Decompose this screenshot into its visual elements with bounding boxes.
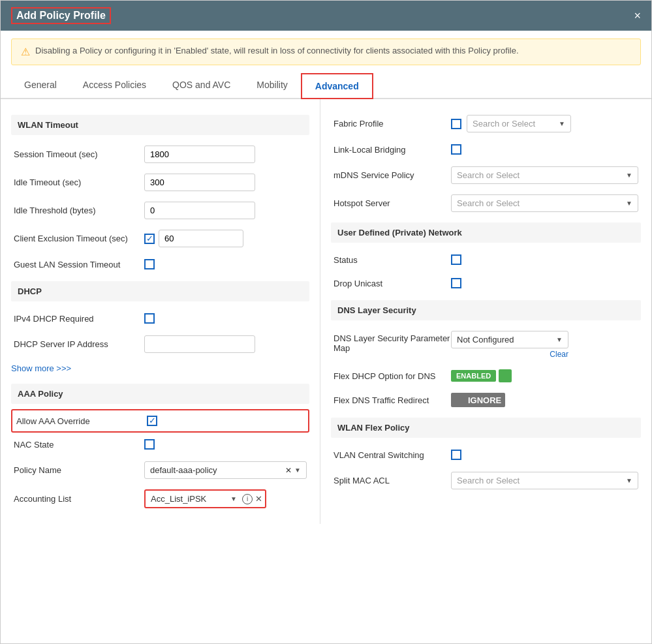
policy-name-control: default-aaa-policy ✕ ▼ xyxy=(144,461,307,479)
drop-unicast-checkbox[interactable] xyxy=(451,278,461,288)
accounting-info-icon[interactable]: i xyxy=(242,494,253,504)
tab-access-policies[interactable]: Access Policies xyxy=(70,73,159,98)
dns-security-header: DNS Layer Security xyxy=(331,300,641,320)
guest-lan-checkbox[interactable] xyxy=(144,259,155,269)
status-row: Status xyxy=(331,248,641,271)
flex-dns-switch xyxy=(455,395,465,405)
dns-layer-row: DNS Layer Security Parameter Map Not Con… xyxy=(331,326,641,364)
show-more-link[interactable]: Show more >>> xyxy=(11,363,71,373)
dns-layer-control: Not Configured ▼ Clear xyxy=(451,331,568,359)
session-timeout-row: Session Timeout (sec) xyxy=(11,140,309,168)
close-button[interactable]: × xyxy=(634,9,641,23)
fabric-profile-select[interactable]: Search or Select ▼ xyxy=(467,115,571,132)
tab-advanced[interactable]: Advanced xyxy=(301,73,373,99)
hotspot-row: Hotspot Server Search or Select ▼ xyxy=(331,189,641,217)
vlan-central-row: VLAN Central Switching xyxy=(331,443,641,467)
allow-aaa-checkbox[interactable] xyxy=(147,416,157,426)
hotspot-control: Search or Select ▼ xyxy=(451,194,638,212)
fabric-profile-label: Fabric Profile xyxy=(334,119,451,129)
idle-threshold-label: Idle Threshold (bytes) xyxy=(14,206,144,215)
status-checkbox[interactable] xyxy=(451,254,461,265)
idle-threshold-input[interactable] xyxy=(144,202,255,219)
hotspot-select[interactable]: Search or Select ▼ xyxy=(451,194,638,212)
idle-threshold-control xyxy=(144,202,307,219)
status-control xyxy=(451,254,638,266)
client-exclusion-label: Client Exclusion Timeout (sec) xyxy=(14,234,144,243)
flex-dns-toggle[interactable]: IGNORE xyxy=(451,393,505,407)
flex-dhcp-toggle-label[interactable]: ENABLED xyxy=(451,370,496,382)
flex-dns-control: IGNORE xyxy=(451,393,638,407)
session-timeout-control xyxy=(144,146,307,163)
warning-bar: ⚠ Disabling a Policy or configuring it i… xyxy=(11,38,641,65)
flex-dhcp-label: Flex DHCP Option for DNS xyxy=(334,371,451,381)
link-local-row: Link-Local Bridging xyxy=(331,138,641,161)
split-mac-select[interactable]: Search or Select ▼ xyxy=(451,472,638,489)
client-exclusion-row: Client Exclusion Timeout (sec) xyxy=(11,224,309,253)
guest-lan-label: Guest LAN Session Timeout xyxy=(14,260,144,269)
wlan-timeout-header: WLAN Timeout xyxy=(11,115,309,135)
nac-state-row: NAC State xyxy=(11,433,309,456)
vlan-central-label: VLAN Central Switching xyxy=(334,450,451,460)
allow-aaa-label: Allow AAA Override xyxy=(16,416,147,426)
dns-clear-row: Clear xyxy=(451,350,568,359)
flex-dhcp-row: Flex DHCP Option for DNS ENABLED xyxy=(331,364,641,388)
dns-layer-label: DNS Layer Security Parameter Map xyxy=(334,331,451,353)
left-panel: WLAN Timeout Session Timeout (sec) Idle … xyxy=(1,99,320,524)
accounting-list-select[interactable]: Acc_List_iPSK ▼ xyxy=(148,492,240,506)
accounting-list-control: Acc_List_iPSK ▼ i ✕ xyxy=(144,489,307,508)
dhcp-server-input[interactable] xyxy=(144,335,255,353)
warning-text: Disabling a Policy or configuring it in … xyxy=(35,46,519,55)
warning-icon: ⚠ xyxy=(21,46,30,58)
tab-mobility[interactable]: Mobility xyxy=(243,73,300,98)
allow-aaa-control xyxy=(147,416,304,427)
fabric-profile-arrow: ▼ xyxy=(559,120,565,127)
nac-state-checkbox[interactable] xyxy=(144,439,155,450)
policy-name-arrow: ▼ xyxy=(294,467,301,474)
hotspot-placeholder: Search or Select xyxy=(457,198,520,208)
accounting-list-value: Acc_List_iPSK xyxy=(151,494,206,504)
mdns-select[interactable]: Search or Select ▼ xyxy=(451,166,638,184)
session-timeout-input[interactable] xyxy=(144,146,255,163)
client-exclusion-checkbox[interactable] xyxy=(144,234,155,244)
policy-name-x[interactable]: ✕ xyxy=(285,466,292,475)
session-timeout-label: Session Timeout (sec) xyxy=(14,149,144,159)
policy-name-select[interactable]: default-aaa-policy ✕ ▼ xyxy=(144,461,307,479)
clear-link[interactable]: Clear xyxy=(550,350,568,359)
dhcp-server-row: DHCP Server IP Address xyxy=(11,330,309,358)
dns-layer-value: Not Configured xyxy=(457,335,514,345)
wlan-flex-header: WLAN Flex Policy xyxy=(331,418,641,438)
fabric-profile-checkbox[interactable] xyxy=(451,119,461,129)
tab-general[interactable]: General xyxy=(11,73,70,98)
split-mac-label: Split MAC ACL xyxy=(334,476,451,485)
dns-layer-select[interactable]: Not Configured ▼ xyxy=(451,331,568,348)
aaa-header: AAA Policy xyxy=(11,384,309,404)
flex-dns-label: Flex DNS Traffic Redirect xyxy=(334,395,451,405)
link-local-checkbox[interactable] xyxy=(451,144,461,155)
accounting-list-label: Accounting List xyxy=(14,494,144,504)
modal-title: Add Policy Profile xyxy=(11,7,111,24)
tab-qos-avc[interactable]: QOS and AVC xyxy=(159,73,243,98)
allow-aaa-row: Allow AAA Override xyxy=(11,409,309,433)
accounting-x[interactable]: ✕ xyxy=(255,494,262,504)
ipv4-dhcp-checkbox[interactable] xyxy=(144,313,155,324)
status-label: Status xyxy=(334,255,451,265)
idle-timeout-control xyxy=(144,174,307,191)
link-local-label: Link-Local Bridging xyxy=(334,145,451,155)
split-mac-arrow: ▼ xyxy=(626,477,632,484)
idle-timeout-input[interactable] xyxy=(144,174,255,191)
flex-dns-row: Flex DNS Traffic Redirect IGNORE xyxy=(331,388,641,412)
right-panel: Fabric Profile Search or Select ▼ Link-L… xyxy=(320,99,651,524)
flex-dhcp-toggle-switch[interactable] xyxy=(499,369,512,382)
user-defined-header: User Defined (Private) Network xyxy=(331,222,641,243)
nac-state-control xyxy=(144,439,307,450)
drop-unicast-control xyxy=(451,278,638,289)
dns-layer-arrow: ▼ xyxy=(556,336,563,343)
idle-threshold-row: Idle Threshold (bytes) xyxy=(11,196,309,224)
client-exclusion-input[interactable] xyxy=(159,230,243,247)
drop-unicast-label: Drop Unicast xyxy=(334,279,451,288)
tab-bar: General Access Policies QOS and AVC Mobi… xyxy=(1,73,651,99)
vlan-central-checkbox[interactable] xyxy=(451,450,461,460)
accounting-arrow: ▼ xyxy=(230,495,237,502)
fabric-profile-control: Search or Select ▼ xyxy=(451,115,638,132)
idle-timeout-row: Idle Timeout (sec) xyxy=(11,168,309,196)
